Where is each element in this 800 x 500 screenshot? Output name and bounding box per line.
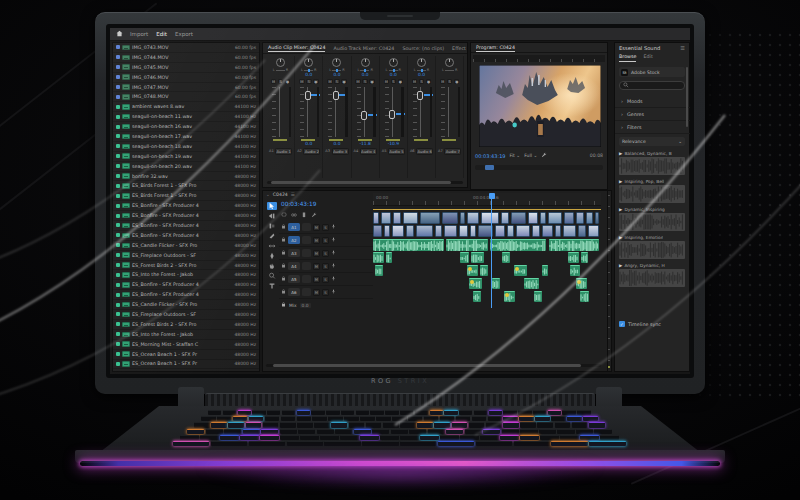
keyboard-key[interactable]: [366, 422, 382, 427]
file-row[interactable]: ES_Candle Flicker - SFX Pro48000 Hz: [113, 241, 259, 251]
audio-clip[interactable]: [534, 291, 542, 302]
video-clip[interactable]: [563, 225, 576, 237]
audio-clip[interactable]: [581, 252, 588, 263]
keyboard-key[interactable]: [287, 441, 323, 446]
audio-clip[interactable]: [373, 239, 444, 251]
keyboard-key[interactable]: [503, 416, 518, 421]
keyboard-key[interactable]: [261, 429, 278, 434]
play-icon[interactable]: ▶: [619, 263, 622, 268]
play-icon[interactable]: ▶: [619, 235, 622, 240]
audio-clip[interactable]: [446, 239, 488, 251]
fader-handle[interactable]: [361, 111, 367, 120]
keyboard-key[interactable]: [514, 441, 550, 446]
solo-button[interactable]: S: [278, 79, 284, 84]
pan-knob-icon[interactable]: [417, 58, 426, 67]
sound-result-card[interactable]: ▶Inspiring, Emotion: [619, 234, 687, 259]
keyboard-key[interactable]: [589, 422, 605, 427]
keyboard-key[interactable]: [548, 410, 561, 415]
keyboard-key[interactable]: [317, 429, 334, 434]
settings-wrench-icon[interactable]: [541, 152, 547, 159]
pan-knob-icon[interactable]: [304, 58, 313, 67]
mute-button[interactable]: M: [313, 224, 320, 231]
video-clip[interactable]: [420, 212, 440, 224]
accordion-moods[interactable]: ›Moods: [615, 95, 690, 108]
volume-fader[interactable]: [295, 85, 322, 141]
record-button[interactable]: ●: [341, 79, 347, 84]
audio-clip[interactable]: [480, 265, 488, 276]
keyboard-key[interactable]: [228, 422, 244, 427]
keyboard-key[interactable]: [194, 422, 210, 427]
mixer-tab[interactable]: Effect Controls: [452, 46, 467, 51]
keyboard-key[interactable]: [452, 422, 468, 427]
keyboard-key[interactable]: [460, 435, 479, 440]
keyboard-key[interactable]: [459, 410, 472, 415]
video-clip[interactable]: [373, 212, 379, 224]
audio-clip[interactable]: [473, 291, 481, 302]
keyboard-key[interactable]: [206, 429, 223, 434]
play-icon[interactable]: ▶: [619, 179, 622, 184]
video-clip[interactable]: [381, 212, 391, 224]
mixer-tab[interactable]: Audio Track Mixer: C0424: [333, 46, 394, 51]
audio-clip[interactable]: [504, 291, 515, 302]
file-row[interactable]: bonfire 32.wav48000 Hz: [113, 172, 259, 182]
track-select-tool[interactable]: [267, 212, 277, 220]
keyboard-key[interactable]: [383, 422, 399, 427]
solo-button[interactable]: S: [322, 224, 329, 231]
keyboard-key[interactable]: [502, 429, 519, 434]
keyboard-key[interactable]: [489, 410, 502, 415]
keyboard-key[interactable]: [535, 416, 550, 421]
keyboard-key[interactable]: [400, 441, 436, 446]
keyboard-key[interactable]: [576, 429, 593, 434]
audio-clip[interactable]: [549, 239, 599, 251]
lock-icon[interactable]: [281, 276, 286, 282]
keyboard-key[interactable]: [260, 435, 279, 440]
track-target-button[interactable]: A6: [288, 288, 300, 296]
mute-button[interactable]: M: [327, 79, 333, 84]
file-row[interactable]: ES_Ocean Beach 1 - SFX Pr48000 Hz: [113, 350, 259, 360]
volume-fader[interactable]: [352, 85, 379, 141]
keyboard-key[interactable]: [282, 410, 295, 415]
timeline-sync-checkbox[interactable]: ✓: [619, 321, 625, 327]
file-row[interactable]: seagull-on-beach 11.wav44100 Hz: [113, 112, 259, 122]
video-clip[interactable]: [540, 212, 546, 224]
file-row[interactable]: ES_Ocean Beach 1 - SFX Pr48000 Hz: [113, 360, 259, 370]
ripple-edit-tool[interactable]: [267, 222, 277, 230]
razor-tool[interactable]: [267, 232, 277, 240]
record-button[interactable]: ●: [398, 79, 404, 84]
file-row[interactable]: ES_Bonfire - SFX Producer 448000 Hz: [113, 211, 259, 221]
timeline-hscrollbar[interactable]: [266, 364, 601, 367]
keyboard-key[interactable]: [392, 416, 407, 421]
video-clip[interactable]: [511, 212, 526, 224]
keyboard-key[interactable]: [408, 416, 423, 421]
keyboard-key[interactable]: [420, 435, 439, 440]
record-button[interactable]: ●: [426, 79, 432, 84]
video-clip[interactable]: [481, 212, 499, 224]
search-input[interactable]: [619, 81, 685, 90]
solo-button[interactable]: S: [447, 79, 453, 84]
pan-knob-icon[interactable]: [445, 58, 454, 67]
keyboard-key[interactable]: [438, 441, 474, 446]
file-row[interactable]: IMG_0746.MOV60.00 fps: [113, 73, 259, 83]
zoom-tool[interactable]: [267, 272, 277, 280]
keyboard-key[interactable]: [297, 416, 312, 421]
keyboard-key[interactable]: [223, 410, 236, 415]
fader-handle[interactable]: [333, 91, 339, 100]
voiceover-record-icon[interactable]: [331, 237, 336, 243]
track-target-button[interactable]: A1: [288, 223, 300, 231]
video-clip[interactable]: [528, 212, 538, 224]
mute-button[interactable]: M: [299, 79, 305, 84]
video-clip[interactable]: [470, 225, 476, 237]
keyboard-key[interactable]: [211, 422, 227, 427]
timeline-ruler[interactable]: 00:0000:04:09:16: [373, 193, 601, 206]
file-row[interactable]: IMG_0743.MOV60.00 fps: [113, 43, 259, 53]
video-clip[interactable]: [406, 225, 414, 237]
keyboard-key[interactable]: [263, 422, 279, 427]
keyboard-key[interactable]: [240, 435, 259, 440]
file-row[interactable]: ES_Forest Birds 2 - SFX Pro48000 Hz: [113, 320, 259, 330]
menu-item-import[interactable]: Import: [130, 31, 148, 37]
keyboard-key[interactable]: [424, 416, 439, 421]
video-clip[interactable]: [532, 225, 540, 237]
keyboard-key[interactable]: [280, 429, 297, 434]
mute-button[interactable]: M: [313, 263, 320, 270]
track-assign-button[interactable]: Audio 3: [332, 148, 349, 155]
